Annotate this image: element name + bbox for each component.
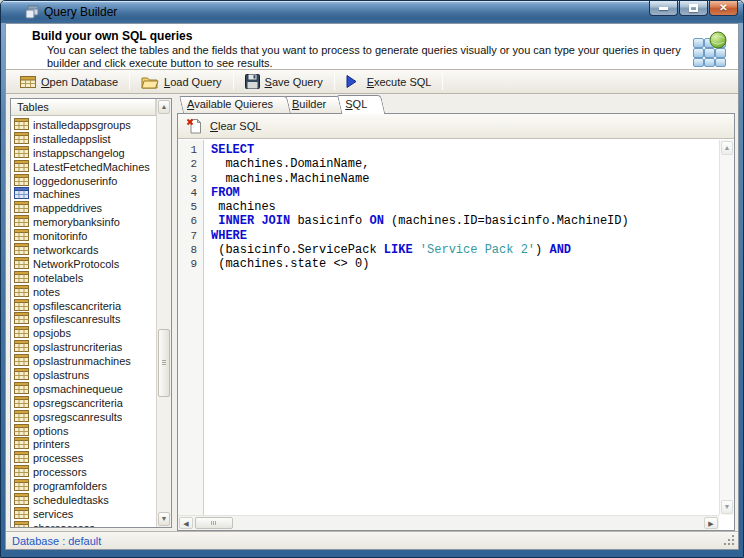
- table-list-item[interactable]: opsjobs: [11, 326, 156, 340]
- table-name: installedappslist: [33, 133, 111, 145]
- scroll-left-arrow[interactable]: ◀: [179, 517, 193, 529]
- database-status: Database : default: [12, 535, 101, 547]
- table-name: services: [33, 508, 73, 520]
- table-list-item[interactable]: opsfilescancriteria: [11, 299, 156, 313]
- page-title: Build your own SQL queries: [32, 29, 192, 43]
- minimize-button[interactable]: [649, 1, 678, 16]
- tab-label: SQL: [345, 98, 367, 110]
- table-list-item[interactable]: loggedonuserinfo: [11, 174, 156, 188]
- tables-panel: Tables installedappsgroupsinstalledappsl…: [10, 98, 172, 528]
- table-list-item[interactable]: memorybanksinfo: [11, 215, 156, 229]
- table-name: LatestFetchedMachines: [33, 161, 150, 173]
- table-name: options: [33, 425, 68, 437]
- table-list-item[interactable]: processes: [11, 451, 156, 465]
- table-icon: [14, 215, 29, 229]
- table-list-item[interactable]: processors: [11, 465, 156, 479]
- table-icon: [14, 451, 29, 465]
- tab-available-queries[interactable]: Available Quieres: [179, 96, 287, 113]
- table-list-item[interactable]: programfolders: [11, 479, 156, 493]
- toolbar-separator: [129, 73, 130, 90]
- sql-line: SELECT: [211, 143, 719, 157]
- app-icon: [25, 5, 39, 19]
- scroll-down-arrow[interactable]: ▼: [721, 500, 733, 514]
- load-query-button[interactable]: Load Query: [133, 72, 230, 92]
- save-query-button[interactable]: Save Query: [237, 71, 331, 92]
- table-list-item[interactable]: opslastrunmachines: [11, 354, 156, 368]
- sql-line: FROM: [211, 186, 719, 200]
- table-list-item[interactable]: machines: [11, 187, 156, 201]
- close-button[interactable]: ✕: [709, 1, 738, 16]
- scrollbar-thumb[interactable]: [195, 517, 233, 529]
- table-name: networkcards: [33, 244, 98, 256]
- title-bar[interactable]: Query Builder ✕: [1, 1, 743, 23]
- main-area: Tables installedappsgroupsinstalledappsl…: [6, 95, 738, 531]
- table-name: monitorinfo: [33, 230, 87, 242]
- sql-line: WHERE: [211, 229, 719, 243]
- database-table-icon: [20, 75, 36, 88]
- open-database-button[interactable]: Open Database: [12, 72, 126, 91]
- table-list-item[interactable]: LatestFetchedMachines: [11, 160, 156, 174]
- sql-line: machines.DomainName,: [211, 157, 719, 171]
- line-number: 3: [178, 172, 203, 186]
- table-name: opsfilescancriteria: [33, 300, 121, 312]
- table-name: programfolders: [33, 480, 107, 492]
- editor-horizontal-scrollbar[interactable]: ◀ ▶: [178, 515, 719, 530]
- minimize-icon: [659, 7, 668, 10]
- scroll-right-arrow[interactable]: ▶: [704, 517, 718, 529]
- page-description: You can select the tables and the fields…: [47, 44, 695, 69]
- table-list-item[interactable]: shareaccess: [11, 521, 156, 527]
- table-list-item[interactable]: opslastruns: [11, 368, 156, 382]
- sql-line: machines: [211, 200, 719, 214]
- table-list-item[interactable]: mappeddrives: [11, 201, 156, 215]
- table-icon: [14, 382, 29, 396]
- table-icon: [14, 396, 29, 410]
- execute-sql-button[interactable]: Execute SQL: [338, 72, 440, 91]
- table-name: opslastrunmachines: [33, 355, 131, 367]
- table-icon: [14, 201, 29, 215]
- table-list-item[interactable]: notelabels: [11, 271, 156, 285]
- table-list-item[interactable]: services: [11, 507, 156, 521]
- clear-sql-button[interactable]: Clear SQL: [210, 120, 261, 132]
- tab-sql[interactable]: SQL: [337, 95, 381, 114]
- toolbar-separator: [233, 73, 234, 90]
- table-name: opsregscancriteria: [33, 397, 123, 409]
- query-cube-icon: [691, 31, 729, 69]
- editor-vertical-scrollbar[interactable]: ▲ ▼: [719, 140, 734, 515]
- table-name: memorybanksinfo: [33, 216, 120, 228]
- close-icon: ✕: [719, 3, 727, 13]
- sql-editor[interactable]: 123456789 SELECT machines.DomainName, ma…: [178, 140, 719, 515]
- table-list-item[interactable]: opsregscanresults: [11, 410, 156, 424]
- tab-builder[interactable]: Builder: [284, 96, 340, 113]
- sql-line: (machines.state <> 0): [211, 257, 719, 271]
- table-list-item[interactable]: notes: [11, 285, 156, 299]
- scroll-up-arrow[interactable]: ▲: [721, 141, 733, 155]
- sql-code[interactable]: SELECT machines.DomainName, machines.Mac…: [205, 140, 719, 515]
- titlebar-highlight: [3, 1, 741, 2]
- scroll-up-arrow[interactable]: ▲: [158, 100, 170, 114]
- scroll-down-arrow[interactable]: ▼: [158, 512, 170, 526]
- table-list-item[interactable]: networkcards: [11, 243, 156, 257]
- load-query-label: Load Query: [164, 76, 222, 88]
- table-list-item[interactable]: opslastruncriterias: [11, 340, 156, 354]
- tables-column-header[interactable]: Tables: [11, 99, 156, 116]
- table-list-item[interactable]: instappschangelog: [11, 146, 156, 160]
- line-number-gutter: 123456789: [178, 140, 204, 515]
- table-list-item[interactable]: scheduledtasks: [11, 493, 156, 507]
- table-name: opsjobs: [33, 327, 71, 339]
- table-list-item[interactable]: printers: [11, 437, 156, 451]
- maximize-button[interactable]: [679, 1, 708, 16]
- table-list-item[interactable]: options: [11, 424, 156, 438]
- table-name: instappschangelog: [33, 147, 125, 159]
- tables-scrollbar[interactable]: ▲ ▼: [156, 99, 171, 527]
- table-list-item[interactable]: opsmachinequeue: [11, 382, 156, 396]
- resize-grip[interactable]: [724, 535, 735, 546]
- scrollbar-thumb[interactable]: [158, 329, 170, 397]
- tab-bar: Available Quieres Builder SQL: [179, 95, 378, 113]
- table-name: scheduledtasks: [33, 494, 109, 506]
- table-list-item[interactable]: installedappslist: [11, 132, 156, 146]
- table-list-item[interactable]: monitorinfo: [11, 229, 156, 243]
- table-list-item[interactable]: opsregscancriteria: [11, 396, 156, 410]
- table-list-item[interactable]: NetworkProtocols: [11, 257, 156, 271]
- table-list-item[interactable]: installedappsgroups: [11, 118, 156, 132]
- table-list-item[interactable]: opsfilescanresults: [11, 312, 156, 326]
